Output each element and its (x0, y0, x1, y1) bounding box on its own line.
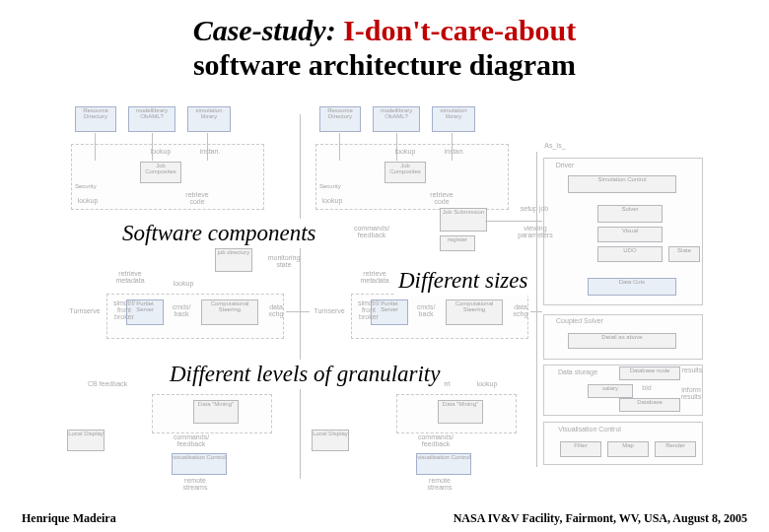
label-lookup-l1: lookup (146, 148, 175, 155)
box-local-disp-l: Local Display (67, 430, 105, 451)
architecture-diagram: Resource Directory modellibrary ObAML? s… (67, 106, 706, 486)
label-dx-r: data xchg (507, 303, 534, 317)
label-retrieve-r: retrieve code (424, 191, 459, 205)
box-local-disp-r: Local Display (312, 430, 349, 451)
label-broker-l: simctrl/ front broker (108, 299, 140, 320)
label-security-r: Security (319, 183, 341, 189)
box-data-cuts: Data Cuts (588, 278, 676, 296)
label-dx-l: data xchg (262, 303, 290, 317)
label-vis-control: Visualisation Control (550, 426, 629, 432)
label-turnserve-l: Turnserve (67, 307, 103, 314)
label-driver: Driver (550, 162, 580, 168)
box-detail-as-above: Detail as above (568, 333, 676, 349)
footer-venue: NASA IV&V Facility, Fairmont, WV, USA, A… (454, 511, 747, 526)
label-lookup-m1: lookup (168, 280, 199, 287)
slide-title: Case-study: I-don't-care-about software … (0, 14, 769, 82)
label-lookup-b2: lookup (473, 380, 501, 387)
label-inst-l: instan. (195, 148, 225, 155)
label-lookup-r1: lookup (390, 148, 420, 155)
box-job-comp-l: Job Composites (140, 162, 181, 183)
label-cmds-l: cmds/ back (166, 303, 197, 317)
box-mining-l: Data "Mining" (193, 400, 239, 424)
label-cmds-r: cmds/ back (410, 303, 442, 317)
box-salary: salary (588, 384, 633, 398)
box-register: register (440, 235, 475, 251)
footer-author: Henrique Madeira (22, 511, 116, 526)
label-retrieve-l: retrieve code (179, 191, 215, 205)
box-vis-ctrl-l: visualisation Control (172, 453, 227, 475)
label-lookup-l2: lookup (75, 197, 101, 204)
label-remote-r: remote streams (418, 477, 461, 491)
box-model-lib-l: modellibrary ObAML? (128, 106, 175, 132)
label-retrieve-meta-l: retrieve metadata (108, 270, 152, 284)
box-udo: UDO (597, 246, 663, 262)
box-job-dir: job directory (215, 248, 252, 272)
box-map: Map (607, 441, 649, 457)
box-comp-steer-r: Computational Steering (446, 299, 503, 325)
overlay-components: Software components (118, 219, 320, 248)
title-highlight: I-don't-care-about (336, 14, 577, 46)
label-cmdfb-br: commands/ feedback (410, 433, 461, 447)
label-retrieve-meta-r: retrieve metadata (353, 270, 396, 284)
label-lookup-r2: lookup (319, 197, 345, 204)
label-security-l: Security (75, 183, 97, 189)
label-inst-r: instan. (440, 148, 469, 155)
box-filter: Filter (560, 441, 601, 457)
box-model-lib-r: modellibrary ObAML? (373, 106, 420, 132)
box-vis-ctrl-r: visualisation Control (416, 453, 471, 475)
label-cmd-fb-1: commands/ feedback (347, 225, 396, 238)
label-setup-job: setup job (515, 205, 554, 212)
label-cmdfb-bl: commands/ feedback (166, 433, 217, 447)
box-mining-r: Data "Mining" (438, 400, 483, 424)
label-cb-fb-l: CB feedback (87, 380, 128, 387)
box-state: State (668, 246, 700, 262)
box-db-node: Database node (619, 366, 680, 380)
box-job-comp-r: Job Composites (384, 162, 426, 183)
title-line2: software architecture diagram (193, 48, 576, 81)
label-results: results (680, 366, 704, 373)
box-render: Render (655, 441, 696, 457)
box-sim-lib-r: simulation library (432, 106, 475, 132)
box-database: Database (619, 398, 680, 412)
label-broker-r: simctrl/ front broker (353, 299, 384, 320)
label-data-storage: Data storage (550, 368, 605, 375)
box-sim-lib-l: simulation library (187, 106, 231, 132)
box-comp-steer-l: Computational Steering (201, 299, 258, 325)
box-resource-dir-r: Resource Directory (319, 106, 361, 132)
label-interim: inform results (676, 386, 706, 400)
box-solver: Solver (597, 205, 663, 223)
box-visual: Visual (597, 227, 663, 242)
box-job-submission: Job Submission (440, 208, 487, 232)
overlay-sizes: Different sizes (394, 266, 531, 296)
label-as-is: As_Is_ (540, 142, 570, 149)
label-remote-l: remote streams (174, 477, 217, 491)
label-bld: bld (639, 384, 655, 391)
label-turnserve-r: Turnserve (312, 307, 347, 314)
box-sim-control: Simulation Control (568, 175, 676, 193)
title-prefix: Case-study: (193, 14, 336, 46)
box-resource-dir-l: Resource Directory (75, 106, 116, 132)
overlay-granularity: Different levels of granularity (166, 360, 444, 389)
label-viewing-params: viewing parameters (513, 225, 558, 238)
label-coupled-solver: Coupled Solver (550, 317, 609, 324)
